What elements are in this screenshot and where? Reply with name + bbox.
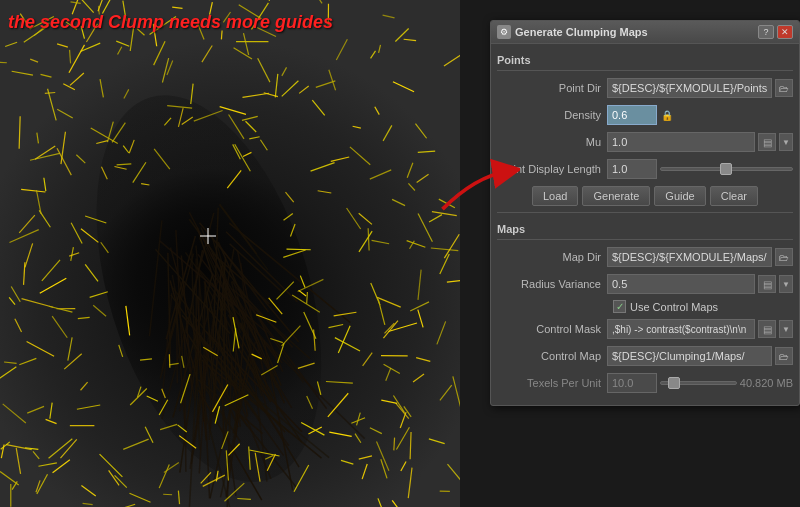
multiplier-dropdown-button[interactable]: ▼ — [779, 133, 793, 151]
load-button[interactable]: Load — [532, 186, 578, 206]
point-display-length-input[interactable] — [607, 159, 657, 179]
density-input[interactable] — [607, 105, 657, 125]
control-mask-expr-button[interactable]: ▤ — [758, 320, 776, 338]
viewport: the second Clump needs more guides — [0, 0, 460, 507]
radius-variance-expr-button[interactable]: ▤ — [758, 275, 776, 293]
radius-variance-row: Radius Variance ▤ ▼ — [497, 273, 793, 295]
control-map-folder-button[interactable]: 🗁 — [775, 347, 793, 365]
multiplier-expr-button[interactable]: ▤ — [758, 133, 776, 151]
texels-per-unit-label: Texels Per Unit — [497, 377, 607, 389]
point-dir-label: Point Dir — [497, 82, 607, 94]
radius-variance-label: Radius Variance — [497, 278, 607, 290]
point-dir-input[interactable] — [607, 78, 772, 98]
maps-section-header: Maps — [497, 219, 793, 240]
control-mask-label: Control Mask — [497, 323, 607, 335]
control-map-input[interactable] — [607, 346, 772, 366]
point-dir-folder-button[interactable]: 🗁 — [775, 79, 793, 97]
texels-size-value: 40.820 MB — [740, 377, 793, 389]
multiplier-label: Mu — [497, 136, 607, 148]
points-section-header: Points — [497, 50, 793, 71]
radius-variance-dropdown-button[interactable]: ▼ — [779, 275, 793, 293]
section-separator — [497, 212, 793, 213]
multiplier-input[interactable] — [607, 132, 755, 152]
dialog-icon: ⚙ — [497, 25, 511, 39]
lock-icon: 🔒 — [660, 108, 674, 122]
control-map-row: Control Map 🗁 — [497, 345, 793, 367]
point-dir-row: Point Dir 🗁 — [497, 77, 793, 99]
use-control-maps-checkbox[interactable]: ✓ — [613, 300, 626, 313]
dialog-body: Points Point Dir 🗁 Density 🔒 Mu ▤ ▼ — [491, 44, 799, 405]
point-display-length-label: Point Display Length — [497, 163, 607, 175]
close-button[interactable]: ✕ — [777, 25, 793, 39]
point-display-length-slider[interactable] — [660, 167, 793, 171]
use-control-maps-row: ✓ Use Control Maps — [497, 300, 793, 313]
generate-button[interactable]: Generate — [582, 186, 650, 206]
control-mask-row: Control Mask ▤ ▼ — [497, 318, 793, 340]
map-dir-row: Map Dir 🗁 — [497, 246, 793, 268]
control-mask-dropdown-button[interactable]: ▼ — [779, 320, 793, 338]
density-row: Density 🔒 — [497, 104, 793, 126]
control-mask-input[interactable] — [607, 319, 755, 339]
texels-per-unit-row: Texels Per Unit 40.820 MB — [497, 372, 793, 394]
control-map-label: Control Map — [497, 350, 607, 362]
map-dir-input[interactable] — [607, 247, 772, 267]
texels-per-unit-input[interactable] — [607, 373, 657, 393]
map-dir-folder-button[interactable]: 🗁 — [775, 248, 793, 266]
density-label: Density — [497, 109, 607, 121]
help-button[interactable]: ? — [758, 25, 774, 39]
dialog-titlebar: ⚙ Generate Clumping Maps ? ✕ — [491, 21, 799, 44]
radius-variance-input[interactable] — [607, 274, 755, 294]
multiplier-row: Mu ▤ ▼ — [497, 131, 793, 153]
viewport-canvas — [0, 0, 460, 507]
texels-per-unit-slider[interactable] — [660, 381, 737, 385]
dialog-title: Generate Clumping Maps — [515, 26, 648, 38]
clear-button[interactable]: Clear — [710, 186, 758, 206]
action-buttons: Load Generate Guide Clear — [497, 186, 793, 206]
map-dir-label: Map Dir — [497, 251, 607, 263]
guide-button[interactable]: Guide — [654, 186, 705, 206]
use-control-maps-label: Use Control Maps — [630, 301, 718, 313]
dialog: ⚙ Generate Clumping Maps ? ✕ Points Poin… — [490, 20, 800, 406]
point-display-length-row: Point Display Length — [497, 158, 793, 180]
